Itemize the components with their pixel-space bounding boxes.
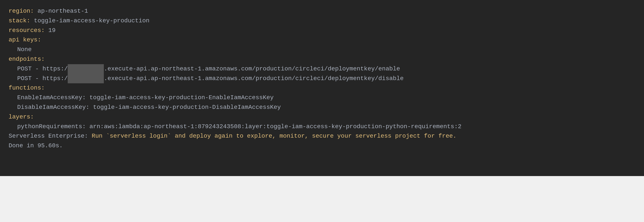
resources-value: 19	[48, 26, 56, 35]
enable-fn-line: EnableIamAccessKey: toggle-iam-access-ke…	[8, 93, 636, 103]
enterprise-label: Serverless Enterprise:	[8, 131, 92, 141]
resources-key: resources:	[8, 26, 48, 35]
none-line: None	[8, 45, 636, 54]
indent-spacer-2	[8, 64, 17, 74]
disable-fn-key: DisableIamAccessKey: toggle-iam-access-k…	[17, 103, 281, 112]
post-label-1: POST - https:/	[17, 64, 68, 74]
functions-key: functions:	[8, 83, 45, 93]
redacted-url-2: XXXXXXXXXX	[68, 74, 104, 83]
indent-spacer	[8, 45, 17, 54]
region-value: ap-northeast-1	[38, 6, 88, 16]
region-line: region: ap-northeast-1	[8, 6, 636, 16]
layers-key: layers:	[8, 112, 34, 122]
bottom-bar	[0, 176, 644, 222]
enterprise-line: Serverless Enterprise: Run `serverless l…	[8, 131, 636, 141]
indent-spacer-3	[8, 74, 17, 83]
python-req-line: pythonRequirements: arn:aws:lambda:ap-no…	[8, 122, 636, 132]
enable-fn-key: EnableIamAccessKey: toggle-iam-access-ke…	[17, 93, 274, 103]
endpoint-disable-line: POST - https:/XXXXXXXXXX.execute-api.ap-…	[8, 74, 636, 83]
endpoints-line: endpoints:	[8, 54, 636, 64]
disable-fn-line: DisableIamAccessKey: toggle-iam-access-k…	[8, 103, 636, 112]
endpoint-disable-value: .execute-api.ap-northeast-1.amazonaws.co…	[104, 74, 404, 83]
done-value: Done in 95.60s.	[8, 141, 63, 151]
endpoint-enable-value: .execute-api.ap-northeast-1.amazonaws.co…	[104, 64, 400, 74]
endpoints-key: endpoints:	[8, 54, 45, 64]
region-key: region:	[8, 6, 38, 16]
resources-line: resources: 19	[8, 26, 636, 35]
api-keys-line: api keys:	[8, 35, 636, 45]
enterprise-message: Run `serverless login` and deploy again …	[92, 131, 456, 141]
done-line: Done in 95.60s.	[8, 141, 636, 151]
none-value: None	[17, 45, 32, 54]
endpoint-enable-line: POST - https:/XXXXXXXXXX.execute-api.ap-…	[8, 64, 636, 74]
post-label-2: POST - https:/	[17, 74, 68, 83]
api-keys-key: api keys:	[8, 35, 41, 45]
indent-spacer-5	[8, 103, 17, 112]
layers-line: layers:	[8, 112, 636, 122]
redacted-url-1: XXXXXXXXXX	[68, 64, 104, 74]
python-req-value: pythonRequirements: arn:aws:lambda:ap-no…	[17, 122, 462, 132]
stack-key: stack:	[8, 16, 34, 26]
terminal-output: region: ap-northeast-1 stack: toggle-iam…	[0, 0, 644, 176]
stack-line: stack: toggle-iam-access-key-production	[8, 16, 636, 26]
indent-spacer-4	[8, 93, 17, 103]
stack-value: toggle-iam-access-key-production	[34, 16, 150, 26]
indent-spacer-6	[8, 122, 17, 132]
functions-line: functions:	[8, 83, 636, 93]
